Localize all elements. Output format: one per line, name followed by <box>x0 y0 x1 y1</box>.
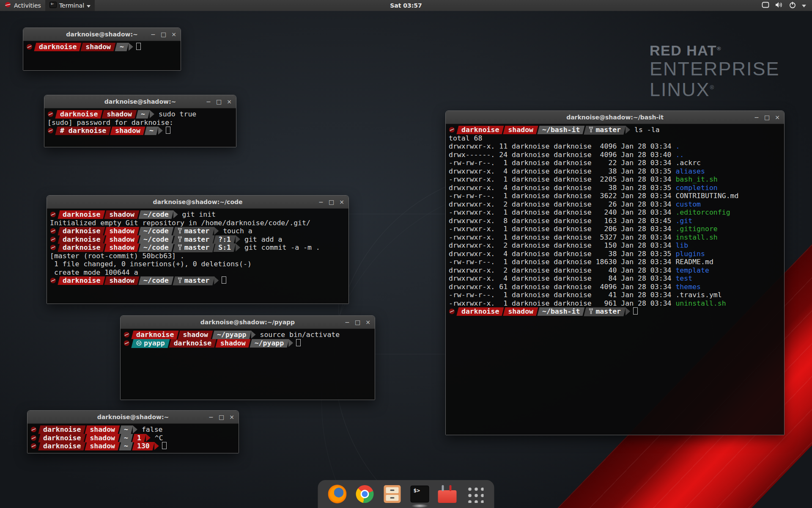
terminal-content[interactable]: darknoiseshadow~/pyapp source bin/activa… <box>121 329 375 400</box>
minimize-button[interactable]: − <box>318 199 324 205</box>
prompt-segment: shadow <box>105 243 138 252</box>
maximize-button[interactable]: □ <box>764 114 770 120</box>
fedora-icon <box>47 111 54 119</box>
prompt-segment: ~/pyapp <box>213 331 250 339</box>
fedora-icon <box>50 244 57 253</box>
terminal-content[interactable]: darknoiseshadow~ sudo true[sudo] passwor… <box>44 108 236 147</box>
command-text: git commit -a -m . <box>240 243 320 251</box>
maximize-button[interactable]: □ <box>219 414 224 420</box>
prompt-segment: ~/pyapp <box>251 339 288 348</box>
terminal-line: [master (root-commit) 50bcb63] . <box>50 252 346 260</box>
firefox-icon <box>328 485 347 503</box>
close-button[interactable]: × <box>171 31 176 37</box>
terminal-line: darknoiseshadow~/pyapp source bin/activa… <box>123 331 372 339</box>
terminal-line: darknoiseshadow~/codemasterS:1 git commi… <box>50 243 346 252</box>
prompt-segment: darknoise <box>35 43 80 51</box>
maximize-button[interactable]: □ <box>216 99 222 105</box>
titlebar[interactable]: darknoise@shadow:~/bash-it−□× <box>446 111 784 124</box>
terminal-content[interactable]: darknoiseshadow~ falsedarknoiseshadow~1 … <box>27 424 239 453</box>
command-text: source bin/activate <box>256 331 340 339</box>
dock-chrome-button[interactable] <box>355 484 375 504</box>
dock-toolbox-button[interactable] <box>437 484 458 504</box>
command-text: ls -la <box>630 126 660 134</box>
terminal-line: drwxrwxr-x. 2 darknoise darknoise 150 Ja… <box>449 241 781 250</box>
file-name: aliases <box>675 167 705 175</box>
prompt-arrow <box>158 127 163 135</box>
maximize-button[interactable]: □ <box>355 319 360 325</box>
activities-button[interactable]: Activities <box>0 0 45 11</box>
terminal-line: drwxrwxr-x. 4 darknoise darknoise 38 Jan… <box>449 167 781 176</box>
branch-icon <box>178 277 182 285</box>
maximize-button[interactable]: □ <box>161 31 166 37</box>
terminal-line: darknoiseshadow~/codemaster touch a <box>50 227 346 235</box>
terminal-window-bash-it: darknoise@shadow:~/bash-it−□×darknoisesh… <box>445 110 785 435</box>
terminal-line: darknoiseshadow~1 ^C <box>30 434 236 442</box>
prompt-segment: ~/bash-it <box>538 126 584 134</box>
titlebar[interactable]: darknoise@shadow:~/code−□× <box>47 196 348 209</box>
terminal-content[interactable]: darknoiseshadow~ <box>23 41 181 70</box>
maximize-button[interactable]: □ <box>329 199 334 205</box>
prompt-segment: ~/code <box>140 276 173 285</box>
close-button[interactable]: × <box>229 414 234 420</box>
terminal-icon: $> <box>411 486 429 502</box>
terminal-line: pyappdarknoiseshadow~/pyapp <box>123 339 372 348</box>
close-button[interactable]: × <box>365 319 370 325</box>
prompt-segment: shadow <box>504 307 537 316</box>
minimize-button[interactable]: − <box>208 414 214 420</box>
fedora-icon <box>30 443 37 451</box>
titlebar[interactable]: darknoise@shadow:~−□× <box>44 95 236 108</box>
window-title: darknoise@shadow:~ <box>97 414 169 420</box>
terminal-app-icon: $> <box>49 2 57 9</box>
file-name: custom <box>675 200 701 208</box>
titlebar[interactable]: darknoise@shadow:~−□× <box>27 411 239 424</box>
close-button[interactable]: × <box>339 199 344 205</box>
close-button[interactable]: × <box>227 99 232 105</box>
app-menu-button[interactable]: $> Terminal <box>45 0 95 11</box>
terminal-content[interactable]: darknoiseshadow~/code git initInitialize… <box>47 209 348 304</box>
prompt-segment: shadow <box>105 276 138 285</box>
fedora-icon <box>50 211 57 220</box>
prompt-segment: master <box>174 227 214 236</box>
minimize-button[interactable]: − <box>754 114 759 120</box>
prompt-segment: darknoise <box>458 126 503 134</box>
file-name: .ackrc <box>675 159 701 167</box>
file-name: .git <box>675 217 692 225</box>
close-button[interactable]: × <box>775 114 780 120</box>
command-text: touch a <box>219 227 252 235</box>
prompt-segment: shadow <box>105 210 138 219</box>
fedora-icon <box>449 308 455 317</box>
prompt-segment: ?:1 <box>214 235 235 244</box>
fedora-icon <box>50 228 57 236</box>
prompt-segment: darknoise <box>56 110 102 119</box>
terminal-line: darknoiseshadow~ false <box>30 425 236 434</box>
minimize-button[interactable]: − <box>151 31 156 37</box>
clock[interactable]: Sat 03:57 <box>390 2 422 9</box>
prompt-segment: shadow <box>111 127 144 135</box>
python-icon <box>136 340 142 348</box>
terminal-cursor <box>633 307 638 315</box>
system-status-area[interactable] <box>756 0 812 11</box>
dock-files-button[interactable] <box>382 484 403 504</box>
brand-line-3: LINUX <box>650 79 710 100</box>
dock-firefox-button[interactable] <box>327 484 348 504</box>
top-bar: Activities $> Terminal Sat 03:57 <box>0 0 812 11</box>
chrome-icon <box>356 485 374 503</box>
titlebar[interactable]: darknoise@shadow:~/pyapp−□× <box>121 316 375 329</box>
dock-terminal-button[interactable]: $> <box>410 484 430 504</box>
branch-icon <box>589 308 593 316</box>
file-name: lib <box>675 241 688 249</box>
titlebar[interactable]: darknoise@shadow:~−□× <box>23 28 181 41</box>
prompt-segment: 130 <box>133 442 154 450</box>
file-name: uninstall.sh <box>675 299 726 307</box>
terminal-line: -rwxrwxr-x. 1 darknoise darknoise 2205 J… <box>449 175 781 184</box>
prompt-arrow <box>173 210 178 218</box>
dock-app-grid-button[interactable] <box>465 484 485 504</box>
minimize-button[interactable]: − <box>345 319 350 325</box>
terminal-line: -rw-rw-r--. 1 darknoise darknoise 22 Jan… <box>449 159 781 167</box>
minimize-button[interactable]: − <box>206 99 211 105</box>
terminal-content[interactable]: darknoiseshadow~/bash-itmaster ls -latot… <box>446 124 784 435</box>
fedora-icon <box>123 340 130 348</box>
fedora-icon <box>50 277 57 286</box>
file-name: . <box>675 142 680 150</box>
volume-icon <box>775 2 783 9</box>
